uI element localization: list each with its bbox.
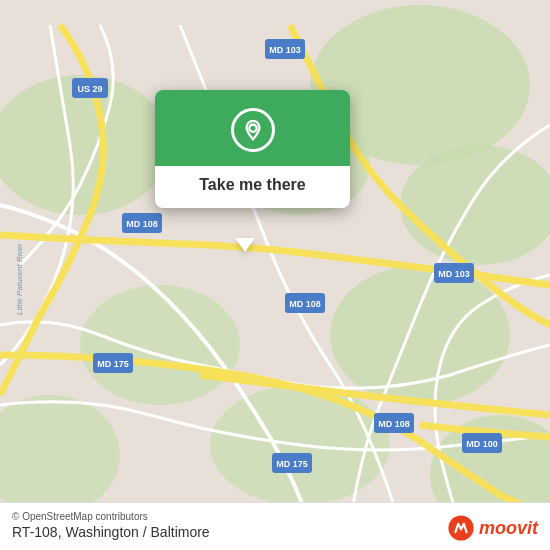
svg-text:MD 175: MD 175	[276, 459, 308, 469]
location-pin-icon	[231, 108, 275, 152]
moovit-logo: moovit	[447, 514, 538, 542]
popup-tail	[235, 238, 255, 252]
moovit-icon	[447, 514, 475, 542]
svg-text:MD 108: MD 108	[378, 419, 410, 429]
moovit-brand-text: moovit	[479, 518, 538, 539]
map-background: US 29 MD 103 MD 108 MD 108 MD 108 MD 103…	[0, 0, 550, 550]
svg-text:MD 108: MD 108	[289, 299, 321, 309]
svg-text:MD 175: MD 175	[97, 359, 129, 369]
svg-text:Little Patuxent River: Little Patuxent River	[15, 243, 24, 315]
popup-green-header	[155, 90, 350, 166]
svg-text:MD 103: MD 103	[438, 269, 470, 279]
take-me-there-button[interactable]: Take me there	[155, 166, 350, 208]
svg-text:MD 100: MD 100	[466, 439, 498, 449]
svg-text:MD 108: MD 108	[126, 219, 158, 229]
svg-text:US 29: US 29	[77, 84, 102, 94]
svg-point-6	[330, 265, 510, 405]
svg-point-5	[80, 285, 240, 405]
popup-card: Take me there	[155, 90, 350, 208]
svg-point-29	[249, 125, 256, 132]
map-container: US 29 MD 103 MD 108 MD 108 MD 108 MD 103…	[0, 0, 550, 550]
svg-text:MD 103: MD 103	[269, 45, 301, 55]
